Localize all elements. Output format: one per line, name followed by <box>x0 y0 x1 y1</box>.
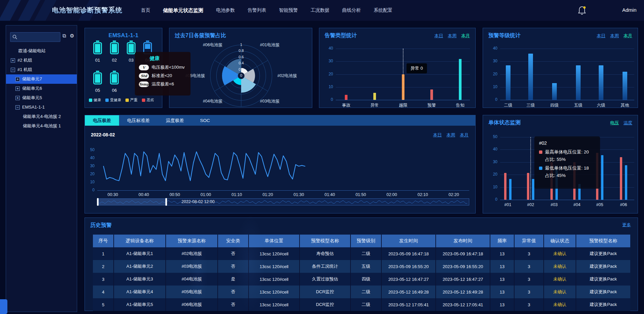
table-row[interactable]: 3A1-储能单元3#04电池簇是13csc 120#cell久置过放预估四级20… <box>93 273 630 286</box>
battery-icon[interactable] <box>110 42 119 54</box>
bar <box>623 72 627 100</box>
collapse-icon[interactable]: − <box>11 68 15 72</box>
expand-icon[interactable]: + <box>11 58 15 63</box>
table-cell: 未确认 <box>544 298 576 311</box>
tooltip-row: 最低单体电压位置: 18 <box>539 165 595 171</box>
time-range-slider[interactable]: 2022-08-02 12:00 <box>97 198 469 205</box>
table-cell: 5 <box>93 298 114 311</box>
radial-tick-label: 1 <box>234 43 248 47</box>
table-cell: 2023-05-09 16:55:20 <box>381 260 436 273</box>
tree-item[interactable]: −#1 机组 <box>6 65 77 74</box>
tooltip-title: 健康 <box>150 55 186 62</box>
nav-item[interactable]: 工况数据 <box>311 7 329 13</box>
table-header-cell: 异常值 <box>514 235 544 247</box>
bar <box>373 93 376 100</box>
expand-icon[interactable]: + <box>15 77 20 81</box>
y-axis-label: 30 <box>487 160 497 164</box>
y-axis-label: 30 <box>323 59 333 63</box>
bar <box>345 95 347 100</box>
table-cell: 3 <box>514 247 544 260</box>
rose-chart: 10.80.60.40.20#01电池簇#02电池簇#03电池簇#04电池簇#0… <box>169 28 313 108</box>
y-axis-label: 30 <box>487 59 497 63</box>
battery-fill <box>128 44 134 53</box>
legend-item[interactable]: 亚健康 <box>105 98 121 103</box>
more-link[interactable]: 更多 <box>622 222 631 228</box>
nav-item[interactable]: 告警列表 <box>248 7 266 13</box>
table-row[interactable]: 4A1-储能单元4#05电池簇否13csc 120#cellDCR监控二级202… <box>93 286 630 298</box>
table-cell: #04电池簇 <box>166 273 218 286</box>
nav-item[interactable]: 曲线分析 <box>342 7 361 13</box>
table-cell: #05电池簇 <box>166 286 218 298</box>
nav-item[interactable]: 电池参数 <box>216 7 235 13</box>
battery-label: 05 <box>91 88 104 93</box>
y-axis-label: 20 <box>323 72 333 76</box>
x-axis-label: 四级 <box>543 103 566 108</box>
cell-monitor-panel: 单体状态监测 电压温度 01020304050#01#02#03#04#05#0… <box>483 115 638 213</box>
legend-item[interactable]: 恶劣 <box>142 98 154 103</box>
tree-item-label: 储能单元4-电池簇 1 <box>23 121 61 131</box>
tree-item[interactable]: +储能单元5 <box>6 93 77 103</box>
legend-item[interactable]: 严重 <box>125 98 138 103</box>
slider-label: 2022-08-02 12:00 <box>181 199 215 204</box>
expand-icon[interactable]: + <box>15 86 20 91</box>
legend-swatch <box>89 99 92 102</box>
series-swatch <box>539 150 542 154</box>
bar <box>459 59 462 100</box>
tree-item[interactable]: 储能单元4-电池簇 2 <box>6 112 77 121</box>
slider-handle-left[interactable] <box>97 198 99 206</box>
tooltip-text: 电压极差<100mv <box>152 64 185 70</box>
table-cell: 二级 <box>351 298 381 311</box>
battery-icon[interactable] <box>93 42 102 54</box>
tree-item[interactable]: +储能单元6 <box>6 84 77 93</box>
history-panel-title: 历史预警 <box>90 222 112 229</box>
battery-icon[interactable] <box>93 72 102 84</box>
table-row[interactable]: 5A1-储能单元5#06电池簇否13csc 120#cellDCR监控二级202… <box>93 298 630 311</box>
table-cell: #03电池簇 <box>166 260 218 273</box>
gridline <box>500 49 634 49</box>
tree-item[interactable]: 霞浦-储能电站 <box>6 46 77 56</box>
nav-item[interactable]: 首页 <box>141 7 150 13</box>
battery-icon[interactable] <box>110 72 119 84</box>
tooltip-subtext: 占比: 55% <box>545 156 595 163</box>
table-cell: 条件工况统计 <box>300 260 351 273</box>
table-cell: 寿命预估 <box>300 247 351 260</box>
top-navbar: 电池智能诊断预警系统 首页储能单元状态监测电池参数告警列表智能预警工况数据曲线分… <box>0 0 644 21</box>
table-row[interactable]: 1A1-储能单元1#02电池簇否13csc 120#cell寿命预估二级2023… <box>93 247 630 260</box>
tree-item-label: #2 机组 <box>17 56 32 65</box>
legend-item[interactable]: 健康 <box>89 98 101 103</box>
table-cell: 13csc 120#cell <box>249 286 300 298</box>
table-cell: 建议更换Pack <box>576 286 630 298</box>
table-cell: A1-储能单元4 <box>114 286 166 298</box>
nav-item[interactable]: 智能预警 <box>279 7 298 13</box>
battery-label: 01 <box>91 58 104 63</box>
user-name[interactable]: Admin <box>622 7 637 13</box>
slider-handle-right[interactable] <box>165 198 167 206</box>
gridline <box>500 61 634 62</box>
table-header-cell: 逻辑设备名称 <box>114 235 166 247</box>
search-input[interactable] <box>19 33 59 42</box>
alarm-type-panel: 告警类型统计 本日本周本月 010203040事故异常越限预警告知异常 0 <box>319 28 476 108</box>
bar <box>430 89 433 100</box>
app-title: 电池智能诊断预警系统 <box>52 6 122 15</box>
nav-item[interactable]: 储能单元状态监测 <box>163 7 203 14</box>
tree-item[interactable]: −EMSA1-1-1 <box>6 103 77 112</box>
rose-axis-label: #01电池簇 <box>260 42 310 48</box>
expand-icon[interactable]: + <box>15 96 20 100</box>
y-axis-label: 10 <box>487 185 497 189</box>
battery-fill <box>95 44 101 53</box>
collapse-icon[interactable]: − <box>15 105 20 110</box>
table-row[interactable]: 2A1-储能单元2#03电池簇否13csc 120#cell条件工况统计五级20… <box>93 260 630 273</box>
tree-item[interactable]: 储能单元4-电池簇 1 <box>6 121 77 131</box>
legend-label: 亚健康 <box>110 98 121 103</box>
trend-panel: 电压极差电压标准差温度极差SOC 2022-08-02 本日本周本月 01020… <box>85 115 476 213</box>
collapse-all-icon[interactable]: ⧉ <box>62 33 66 39</box>
table-header-cell: 频率 <box>490 235 514 247</box>
tree-item[interactable]: +#2 机组 <box>6 56 77 65</box>
tree-item[interactable]: +储能单元7 <box>6 74 77 84</box>
settings-gear-icon[interactable]: ⚙ <box>70 33 74 39</box>
battery-icon[interactable] <box>127 42 136 54</box>
table-cell: 3 <box>514 273 544 286</box>
nav-item[interactable]: 系统配置 <box>374 7 392 13</box>
notification-bell-icon[interactable] <box>578 5 587 15</box>
battery-fill <box>145 44 151 49</box>
